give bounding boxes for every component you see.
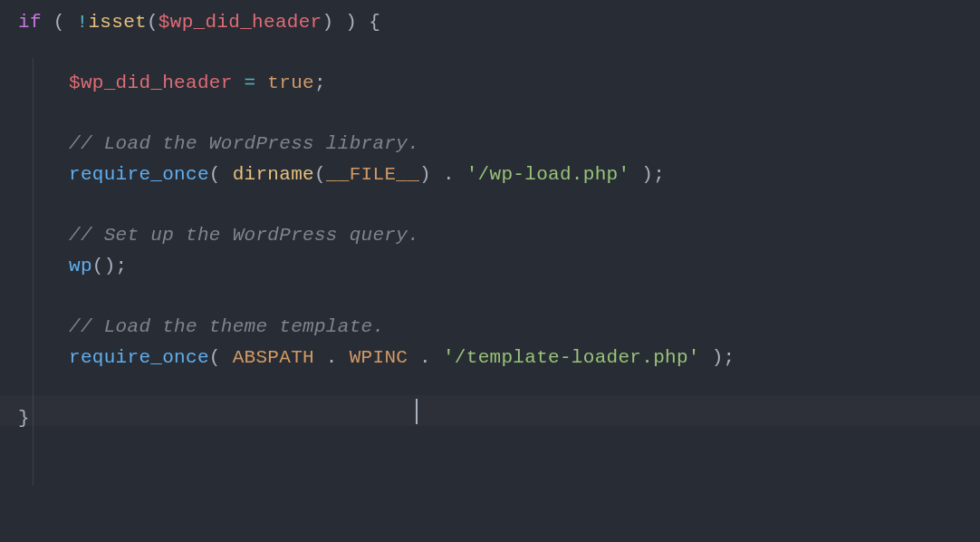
code-line[interactable]: $wp_did_header = true;	[18, 68, 980, 99]
keyword-if: if	[18, 12, 42, 33]
string-literal: '/wp-load.php'	[466, 164, 630, 185]
function-dirname: dirname	[233, 164, 314, 185]
punct: );	[700, 347, 735, 368]
brace-open: {	[369, 12, 380, 33]
string-literal: '/template-loader.php'	[443, 347, 700, 368]
semicolon: ;	[314, 73, 326, 93]
operator-concat: .	[408, 347, 443, 368]
punct: )	[419, 164, 431, 185]
function-wp: wp	[69, 256, 92, 276]
code-line-blank[interactable]	[18, 99, 980, 130]
function-isset: isset	[88, 12, 147, 33]
punct: (	[314, 164, 326, 185]
code-line-blank[interactable]	[18, 38, 980, 69]
code-line-blank[interactable]	[18, 281, 980, 312]
code-line-blank[interactable]	[18, 190, 980, 221]
text-cursor	[416, 399, 418, 424]
punct: )	[322, 12, 334, 33]
comment: // Load the theme template.	[69, 316, 384, 337]
operator-assign: =	[233, 73, 268, 93]
constant-wpinc: WPINC	[350, 347, 408, 368]
brace-close: }	[18, 408, 30, 429]
code-line[interactable]: // Set up the WordPress query.	[18, 220, 980, 251]
keyword-require: require_once	[69, 164, 209, 185]
constant-file: __FILE__	[326, 164, 419, 185]
punct: (	[209, 347, 233, 368]
punct: )	[333, 12, 369, 33]
punct: ();	[92, 256, 128, 276]
code-line[interactable]: // Load the WordPress library.	[18, 129, 980, 160]
operator-concat: .	[431, 164, 466, 185]
code-line-blank[interactable]	[18, 373, 980, 403]
boolean-true: true	[267, 73, 314, 93]
variable: $wp_did_header	[159, 12, 322, 33]
punct: (	[209, 164, 233, 185]
code-editor[interactable]: if ( !isset($wp_did_header) ) { $wp_did_…	[0, 7, 980, 433]
operator-not: !	[77, 12, 89, 33]
code-line[interactable]: require_once( dirname(__FILE__) . '/wp-l…	[18, 160, 980, 190]
operator-concat: .	[314, 347, 350, 368]
code-line-active[interactable]: // Load the theme template.	[18, 312, 980, 343]
code-line[interactable]: if ( !isset($wp_did_header) ) {	[18, 7, 980, 38]
constant-abspath: ABSPATH	[233, 347, 314, 368]
comment: // Set up the WordPress query.	[69, 225, 419, 246]
code-line[interactable]: require_once( ABSPATH . WPINC . '/templa…	[18, 343, 980, 373]
code-line[interactable]: }	[18, 403, 980, 434]
punct: (	[147, 12, 159, 33]
code-line[interactable]: wp();	[18, 251, 980, 282]
variable: $wp_did_header	[69, 73, 233, 93]
comment: // Load the WordPress library.	[69, 133, 419, 154]
punct: (	[42, 12, 77, 33]
keyword-require: require_once	[69, 347, 209, 368]
punct: );	[629, 164, 665, 185]
